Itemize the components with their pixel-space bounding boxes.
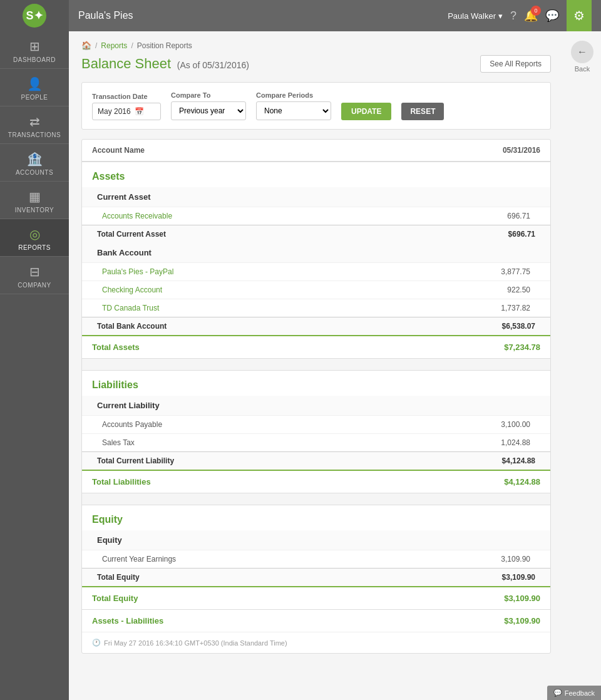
inventory-icon: ▦: [29, 189, 41, 204]
calendar-icon: 📅: [135, 107, 144, 116]
update-button[interactable]: UPDATE: [341, 103, 391, 120]
table-row: TD Canada Trust 1,737.82: [82, 299, 550, 317]
total-equity-label: Total Equity: [92, 594, 138, 603]
reports-icon: ◎: [29, 227, 40, 242]
sidebar-item-company[interactable]: ⊟ COMPANY: [0, 257, 69, 294]
total-current-liability-label: Total Current Liability: [97, 456, 174, 465]
chevron-down-icon: ▾: [498, 11, 503, 21]
feedback-button[interactable]: 💬 Feedback: [547, 686, 601, 700]
col-date-header: 05/31/2016: [503, 146, 540, 155]
section-title-liabilities: Liabilities: [82, 371, 550, 396]
value-paulas-paypal: 3,877.75: [501, 267, 530, 276]
value-td-canada: 1,737.82: [501, 304, 530, 312]
total-current-asset-label: Total Current Asset: [97, 230, 166, 239]
messages-icon[interactable]: 💬: [545, 9, 559, 23]
table-row: Checking Account 922.50: [82, 281, 550, 299]
transaction-date-input[interactable]: May 2016 📅: [92, 103, 161, 120]
account-link-accounts-receivable[interactable]: Accounts Receivable: [102, 212, 172, 220]
content-main: 🏠 / Reports / Position Reports Balance S…: [69, 31, 563, 700]
filter-bar: Transaction Date May 2016 📅 Compare To P…: [81, 82, 551, 130]
total-current-asset-row: Total Current Asset $696.71: [82, 225, 550, 243]
breadcrumb: 🏠 / Reports / Position Reports: [81, 41, 551, 50]
table-row: Sales Tax 1,024.88: [82, 433, 550, 451]
section-divider-2: [82, 493, 550, 505]
notification-area[interactable]: 🔔 0: [524, 9, 538, 23]
comment-icon: 💬: [553, 689, 562, 697]
table-row: Paula's Pies - PayPal 3,877.75: [82, 262, 550, 281]
transaction-date-label: Transaction Date: [92, 93, 161, 100]
compare-to-group: Compare To Previous year: [171, 91, 246, 120]
notification-badge: 0: [531, 6, 541, 16]
transaction-date-group: Transaction Date May 2016 📅: [92, 93, 161, 120]
report-header-row: Account Name 05/31/2016: [82, 140, 550, 162]
table-row: Accounts Payable 3,100.00: [82, 415, 550, 433]
compare-periods-group: Compare Periods None: [256, 91, 331, 120]
page-title: Balance Sheet: [81, 56, 171, 71]
sidebar-item-people[interactable]: 👤 PEOPLE: [0, 69, 69, 106]
total-equity-value: $3,109.90: [504, 594, 540, 603]
compare-periods-label: Compare Periods: [256, 91, 331, 99]
sidebar-item-label: TRANSACTIONS: [8, 131, 61, 138]
total-assets-value: $7,234.78: [504, 342, 540, 352]
breadcrumb-reports-link[interactable]: Reports: [101, 41, 127, 50]
table-row: Accounts Receivable 696.71: [82, 207, 550, 225]
sidebar-item-inventory[interactable]: ▦ INVENTORY: [0, 182, 69, 219]
total-current-asset-value: $696.71: [508, 230, 535, 239]
total-equity-row: Total Equity $3,109.90: [82, 586, 550, 609]
gear-icon: ⚙: [573, 8, 585, 23]
assets-minus-liabilities-value: $3,109.90: [504, 616, 540, 625]
timestamp: Fri May 27 2016 16:34:10 GMT+0530 (India…: [104, 639, 287, 647]
clock-icon: 🕐: [92, 639, 101, 647]
total-assets-label: Total Assets: [92, 342, 140, 352]
company-name: Paula's Pies: [78, 10, 133, 21]
reset-button[interactable]: RESET: [401, 103, 444, 120]
account-link-td-canada[interactable]: TD Canada Trust: [102, 304, 159, 312]
total-assets-row: Total Assets $7,234.78: [82, 335, 550, 358]
content-area: 🏠 / Reports / Position Reports Balance S…: [69, 31, 601, 700]
timestamp-row: 🕐 Fri May 27 2016 16:34:10 GMT+0530 (Ind…: [82, 632, 550, 653]
sidebar-logo: S✦: [0, 0, 69, 31]
sidebar-item-dashboard[interactable]: ⊞ DASHBOARD: [0, 31, 69, 69]
feedback-label: Feedback: [565, 689, 595, 697]
transaction-date-value: May 2016: [98, 107, 131, 116]
sidebar-item-transactions[interactable]: ⇄ TRANSACTIONS: [0, 106, 69, 144]
value-accounts-receivable: 696.71: [507, 212, 530, 220]
topbar: Paula's Pies Paula Walker ▾ ? 🔔 0 💬 ⚙: [69, 0, 601, 31]
compare-to-label: Compare To: [171, 91, 246, 99]
total-equity-sub-row: Total Equity $3,109.90: [82, 568, 550, 586]
sidebar-item-reports[interactable]: ◎ REPORTS: [0, 219, 69, 257]
people-icon: 👤: [27, 76, 43, 91]
page-subtitle: (As of 05/31/2016): [177, 60, 249, 70]
sidebar-item-accounts[interactable]: 🏦 ACCOUNTS: [0, 144, 69, 182]
total-equity-sub-label: Total Equity: [97, 573, 140, 582]
compare-periods-select[interactable]: None: [256, 101, 331, 120]
settings-button[interactable]: ⚙: [567, 0, 592, 31]
sidebar-item-label: DASHBOARD: [13, 56, 56, 63]
back-label: Back: [575, 65, 590, 73]
home-icon[interactable]: 🏠: [81, 41, 91, 50]
total-liabilities-value: $4,124.88: [504, 477, 540, 486]
value-sales-tax: 1,024.88: [501, 438, 530, 447]
compare-to-select[interactable]: Previous year: [171, 101, 246, 120]
topbar-right: Paula Walker ▾ ? 🔔 0 💬 ⚙: [448, 0, 592, 31]
back-button[interactable]: ← Back: [571, 41, 593, 73]
subsection-current-asset: Current Asset: [82, 187, 550, 207]
see-all-reports-button[interactable]: See All Reports: [480, 55, 551, 73]
total-bank-label: Total Bank Account: [97, 322, 167, 331]
sidebar-item-label: PEOPLE: [21, 94, 48, 101]
user-menu[interactable]: Paula Walker ▾: [448, 11, 503, 21]
subsection-current-liability: Current Liability: [82, 396, 550, 415]
transactions-icon: ⇄: [29, 114, 40, 129]
value-checking: 922.50: [507, 286, 530, 294]
account-link-checking[interactable]: Checking Account: [102, 286, 162, 294]
help-icon[interactable]: ?: [510, 9, 516, 23]
page-header: Balance Sheet (As of 05/31/2016) See All…: [81, 55, 551, 73]
sidebar-item-label: COMPANY: [18, 282, 51, 289]
value-accounts-payable: 3,100.00: [501, 420, 530, 429]
col-account-header: Account Name: [92, 146, 145, 155]
section-title-equity: Equity: [82, 505, 550, 530]
account-accounts-payable: Accounts Payable: [102, 420, 162, 429]
accounts-icon: 🏦: [27, 152, 43, 167]
account-link-paulas-paypal[interactable]: Paula's Pies - PayPal: [102, 267, 173, 276]
sidebar-item-label: INVENTORY: [15, 207, 54, 214]
